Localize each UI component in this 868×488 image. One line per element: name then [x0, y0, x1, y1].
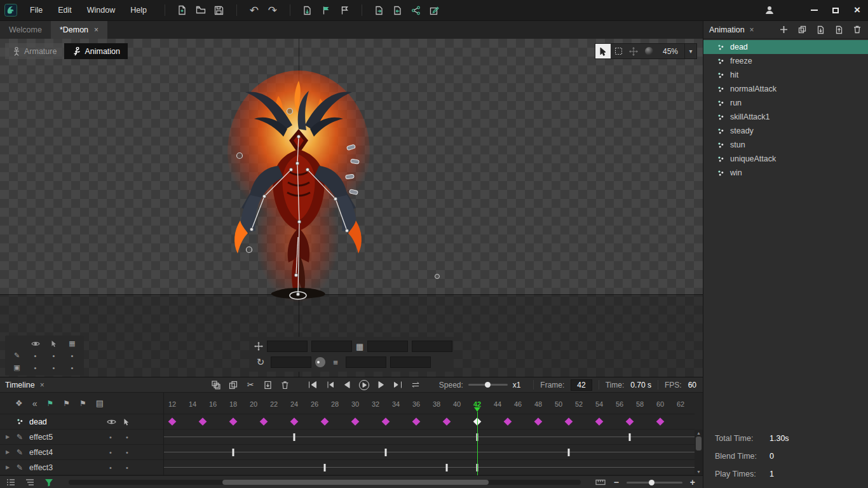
ruler-frame-48[interactable]: 48	[534, 400, 542, 408]
play-times-value[interactable]: 1	[770, 470, 774, 478]
export-animation-icon[interactable]	[834, 25, 844, 35]
ruler-frame-54[interactable]: 54	[595, 400, 603, 408]
frame-ruler[interactable]: 1214161820222426283032343638404244464850…	[164, 393, 695, 414]
ruler-frame-12[interactable]: 12	[168, 400, 176, 408]
prev-frame-button[interactable]	[341, 380, 353, 390]
timeline-close-icon[interactable]: ×	[40, 381, 44, 390]
layer-row-effect3[interactable]: ▶✎effect3••	[0, 460, 163, 475]
menu-help[interactable]: Help	[123, 0, 154, 21]
playhead-line[interactable]	[477, 412, 478, 475]
import-animation-icon[interactable]	[815, 25, 825, 35]
ruler-frame-58[interactable]: 58	[636, 400, 644, 408]
option-dot[interactable]: •	[44, 362, 63, 374]
keyframe-diamond-dead-39[interactable]	[443, 417, 451, 426]
visibility-dot[interactable]: •	[109, 449, 112, 456]
option-dot[interactable]: •	[44, 349, 63, 362]
speed-slider[interactable]	[468, 384, 508, 386]
ruler-frame-40[interactable]: 40	[453, 400, 461, 408]
keyframe-tick-effect5-24[interactable]	[294, 433, 295, 441]
share-icon[interactable]	[409, 3, 423, 17]
playhead-marker[interactable]	[474, 407, 480, 412]
open-project-icon[interactable]	[194, 3, 208, 17]
option-dot[interactable]: •	[26, 362, 44, 374]
bone-handle-dot[interactable]	[435, 274, 440, 279]
ruler-frame-24[interactable]: 24	[290, 400, 298, 408]
undo-icon[interactable]: ↶	[247, 3, 261, 17]
zoom-slider-knob[interactable]	[649, 480, 654, 485]
import-file-icon[interactable]	[391, 3, 405, 17]
keyframe-diamond-dead-18[interactable]	[229, 417, 238, 426]
tab-demon[interactable]: *Demon ×	[51, 21, 107, 39]
timeline-zoom-slider[interactable]	[627, 482, 682, 484]
keyframe-tick-effect3-27[interactable]	[324, 464, 326, 471]
keyframe-diamond-dead-60[interactable]	[656, 417, 665, 426]
ruler-frame-16[interactable]: 16	[209, 400, 217, 408]
delete-animation-trash-icon[interactable]	[852, 25, 862, 35]
pose-flag-icon-3[interactable]: ⚑	[79, 399, 86, 408]
first-frame-button[interactable]	[307, 380, 318, 390]
visibility-eye-icon[interactable]	[107, 419, 116, 425]
skew-x-field[interactable]	[346, 356, 386, 368]
timeline-horizontal-scrollbar[interactable]	[69, 480, 581, 485]
edit-pencil-icon[interactable]: ✎	[17, 463, 23, 472]
animation-item-steady[interactable]: steady	[703, 124, 868, 138]
zoom-dropdown-chevron-icon[interactable]: ▾	[684, 44, 696, 58]
keyframe-diamond-dead-57[interactable]	[626, 417, 634, 426]
next-pose-flag-icon[interactable]	[337, 3, 351, 17]
keyframe-diamond-dead-45[interactable]	[504, 417, 512, 426]
frame-ruler-icon[interactable]	[595, 477, 606, 487]
check-pose-flag-icon[interactable]	[319, 3, 333, 17]
frame-value[interactable]: 42	[571, 379, 592, 391]
collapse-all-icon[interactable]: «	[32, 398, 37, 409]
onion-skin-icon[interactable]	[211, 380, 222, 390]
keyframe-tick-effect4-18[interactable]	[233, 449, 234, 456]
skew-y-field[interactable]	[390, 356, 431, 368]
loop-playback-button[interactable]	[410, 380, 421, 390]
scrollbar-thumb[interactable]	[222, 480, 489, 485]
user-account-icon[interactable]	[759, 0, 780, 21]
layer-list-icon[interactable]	[5, 477, 17, 487]
keyframe-track-dead[interactable]	[164, 414, 695, 430]
next-keyframe-button[interactable]	[393, 380, 404, 390]
image-row-icon[interactable]: ▣	[8, 362, 26, 374]
animation-panel-close-icon[interactable]: ×	[750, 25, 754, 34]
keyframe-tick-effect4-33[interactable]	[385, 449, 387, 456]
layer-detail-list-icon[interactable]	[24, 477, 36, 487]
animation-item-freeze[interactable]: freeze	[703, 54, 868, 68]
ruler-frame-36[interactable]: 36	[412, 400, 420, 408]
keyframe-diamond-dead-48[interactable]	[534, 417, 543, 426]
pose-flag-icon-2[interactable]: ⚑	[63, 399, 70, 408]
layer-row-effect4[interactable]: ▶✎effect4••	[0, 445, 163, 460]
timeline-vertical-scrollbar[interactable]: ▲ ▼	[695, 430, 703, 475]
keyframe-tick-effect5-57[interactable]	[629, 433, 631, 441]
animation-item-win[interactable]: win	[703, 166, 868, 180]
scrollbar-thumb[interactable]	[696, 437, 702, 451]
ruler-frame-22[interactable]: 22	[270, 400, 278, 408]
export-file-icon[interactable]	[372, 3, 386, 17]
pose-flag-icon-1[interactable]: ⚑	[46, 399, 53, 408]
expand-triangle-icon[interactable]: ▶	[6, 464, 10, 470]
stage-canvas[interactable]: Armature Animation 45% ▾	[0, 39, 703, 377]
paste-frame-icon[interactable]	[262, 380, 273, 390]
play-button[interactable]	[358, 380, 370, 390]
keyframe-tick-effect4-51[interactable]	[568, 449, 570, 456]
selectability-dot[interactable]: •	[126, 449, 128, 456]
ruler-frame-62[interactable]: 62	[677, 400, 684, 408]
keyframe-diamond-dead-12[interactable]	[168, 417, 177, 426]
redo-icon[interactable]: ↷	[266, 3, 280, 17]
scroll-down-arrow-icon[interactable]: ▼	[696, 468, 701, 475]
pan-tool-button[interactable]	[626, 44, 641, 58]
menu-window[interactable]: Window	[79, 0, 123, 21]
keyframe-diamond-dead-15[interactable]	[199, 417, 207, 426]
selection-tool-button[interactable]	[595, 44, 611, 58]
select-column-cursor-icon[interactable]	[44, 337, 63, 349]
animation-item-run[interactable]: run	[703, 96, 868, 110]
delete-frame-trash-icon[interactable]	[280, 380, 290, 390]
import-pose-icon[interactable]	[301, 3, 315, 17]
keyframe-diamond-dead-51[interactable]	[565, 417, 573, 426]
scroll-up-arrow-icon[interactable]: ▲	[696, 430, 701, 437]
ruler-frame-52[interactable]: 52	[575, 400, 583, 408]
ruler-frame-30[interactable]: 30	[351, 400, 359, 408]
layer-row-dead[interactable]: dead	[0, 414, 163, 430]
grid-snap-icon[interactable]: ▦	[356, 342, 363, 351]
